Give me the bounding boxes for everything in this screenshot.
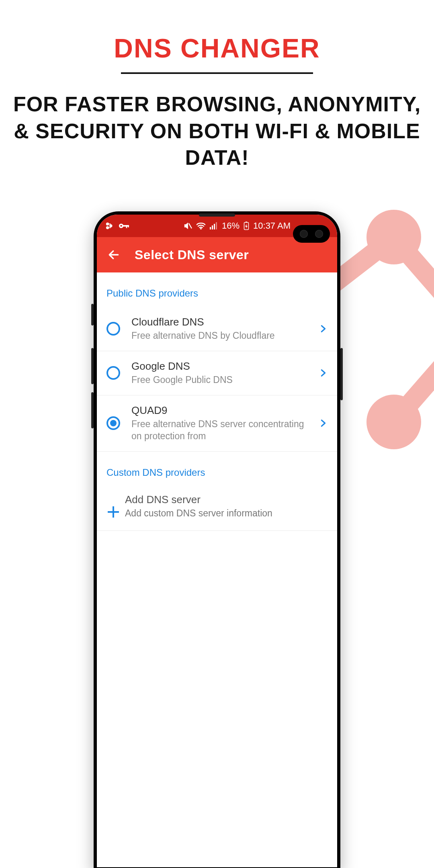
phone-mockup: 16% 10:37 AM Select DNS server Public DN… bbox=[94, 211, 340, 868]
app-title: Select DNS server bbox=[135, 248, 249, 262]
svg-rect-21 bbox=[214, 224, 215, 229]
chevron-right-icon[interactable] bbox=[319, 324, 328, 333]
dns-title: QUAD9 bbox=[131, 404, 313, 417]
battery-icon bbox=[244, 221, 249, 230]
add-dns-title: Add DNS server bbox=[125, 493, 322, 506]
dns-subtitle: Free alternative DNS server concentratin… bbox=[131, 418, 313, 442]
svg-line-17 bbox=[189, 223, 192, 229]
status-time: 10:37 AM bbox=[253, 221, 291, 231]
svg-rect-22 bbox=[216, 222, 217, 229]
wifi-icon bbox=[196, 222, 206, 229]
radio-icon[interactable] bbox=[106, 366, 120, 380]
dns-row-google[interactable]: Google DNS Free Google Public DNS bbox=[97, 351, 337, 395]
svg-rect-14 bbox=[126, 225, 127, 228]
section-header-public: Public DNS providers bbox=[97, 272, 337, 307]
dns-title: Google DNS bbox=[131, 360, 313, 373]
phone-side-button bbox=[340, 348, 343, 400]
section-header-custom: Custom DNS providers bbox=[97, 452, 337, 486]
phone-speaker bbox=[199, 213, 235, 217]
signal-icon bbox=[210, 222, 218, 229]
hero-subtitle: FOR FASTER BROWSING, ANONYMITY, & SECURI… bbox=[0, 91, 434, 171]
chevron-right-icon[interactable] bbox=[319, 419, 328, 428]
svg-rect-11 bbox=[108, 227, 111, 228]
content: Public DNS providers Cloudflare DNS Free… bbox=[97, 272, 337, 531]
svg-point-18 bbox=[200, 228, 202, 229]
chevron-right-icon[interactable] bbox=[319, 368, 328, 377]
phone-side-button bbox=[91, 304, 94, 326]
dns-title: Cloudflare DNS bbox=[131, 316, 313, 328]
dns-subtitle: Free alternative DNS by Cloudflare bbox=[131, 330, 313, 342]
svg-point-16 bbox=[120, 225, 122, 227]
battery-pct: 16% bbox=[222, 221, 240, 231]
dns-row-quad9[interactable]: QUAD9 Free alternative DNS server concen… bbox=[97, 395, 337, 452]
hero-rule bbox=[121, 72, 313, 74]
svg-rect-10 bbox=[108, 224, 111, 225]
radio-icon-selected[interactable] bbox=[106, 416, 120, 430]
svg-point-3 bbox=[366, 210, 421, 264]
back-button[interactable] bbox=[106, 248, 121, 262]
hero-title: DNS CHANGER bbox=[0, 33, 434, 63]
camera-cutout bbox=[293, 225, 330, 243]
svg-point-8 bbox=[109, 224, 112, 227]
settings-icon bbox=[106, 222, 115, 230]
add-dns-subtitle: Add custom DNS server information bbox=[125, 508, 322, 520]
phone-side-button bbox=[91, 392, 94, 428]
hero: DNS CHANGER FOR FASTER BROWSING, ANONYMI… bbox=[0, 0, 434, 171]
svg-rect-24 bbox=[246, 222, 247, 223]
add-dns-row[interactable]: Add DNS server Add custom DNS server inf… bbox=[97, 486, 337, 531]
svg-rect-13 bbox=[123, 225, 129, 227]
dns-row-cloudflare[interactable]: Cloudflare DNS Free alternative DNS by C… bbox=[97, 307, 337, 351]
svg-rect-20 bbox=[212, 225, 213, 229]
svg-point-5 bbox=[366, 395, 421, 449]
dns-subtitle: Free Google Public DNS bbox=[131, 374, 313, 386]
phone-side-button bbox=[91, 348, 94, 384]
plus-icon bbox=[106, 505, 120, 519]
mute-icon bbox=[183, 222, 192, 230]
svg-rect-15 bbox=[128, 225, 129, 227]
key-icon bbox=[119, 222, 129, 229]
svg-rect-19 bbox=[210, 227, 211, 229]
radio-icon[interactable] bbox=[106, 322, 120, 336]
